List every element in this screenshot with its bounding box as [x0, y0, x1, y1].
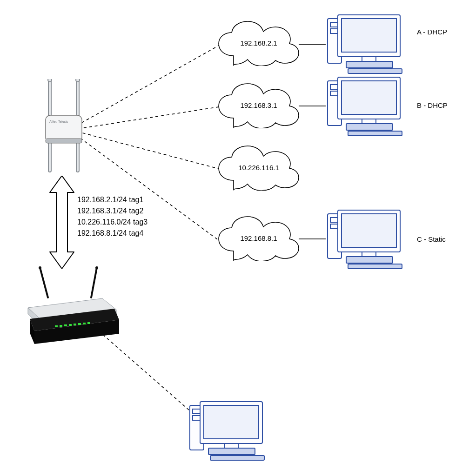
svg-line-0 [77, 46, 219, 126]
svg-line-16 [40, 268, 48, 298]
vlan-entry: 192.168.3.1/24 tag2 [77, 205, 147, 217]
host-label-a: A - DHCP [417, 28, 447, 36]
access-point-icon: Allied Telesis [40, 79, 96, 183]
host-label-b: B - DHCP [417, 101, 448, 109]
cloud-ip: 192.168.2.1 [217, 39, 301, 47]
svg-text:Allied Telesis: Allied Telesis [49, 120, 68, 123]
svg-rect-33 [87, 322, 90, 324]
computer-b-icon [324, 73, 408, 140]
svg-point-19 [95, 266, 98, 269]
svg-point-11 [76, 79, 80, 82]
trunk-arrow-icon [49, 176, 75, 269]
svg-rect-46 [342, 81, 396, 114]
svg-rect-49 [348, 131, 402, 136]
svg-rect-39 [362, 57, 376, 61]
svg-rect-62 [204, 405, 259, 439]
svg-rect-54 [342, 214, 396, 247]
svg-rect-63 [224, 443, 238, 448]
svg-rect-28 [64, 324, 67, 326]
svg-rect-27 [60, 325, 62, 327]
svg-rect-41 [348, 69, 402, 73]
host-label-c: C - Static [417, 235, 446, 243]
svg-rect-65 [210, 456, 264, 460]
cloud-net-1: 192.168.2.1 [217, 20, 301, 61]
vlan-entry: 192.168.8.1/24 tag4 [77, 228, 147, 239]
svg-rect-26 [55, 325, 58, 327]
svg-rect-48 [346, 124, 393, 130]
svg-rect-55 [362, 252, 376, 257]
svg-rect-13 [46, 139, 82, 143]
cloud-ip: 192.168.8.1 [217, 234, 301, 242]
svg-rect-12 [46, 115, 82, 142]
vlan-entry: 10.226.116.0/24 tag3 [77, 217, 147, 228]
svg-rect-56 [346, 257, 393, 263]
svg-line-17 [91, 268, 97, 298]
vlan-entry: 192.168.2.1/24 tag1 [77, 194, 147, 205]
svg-rect-40 [346, 61, 393, 68]
svg-rect-30 [74, 324, 76, 325]
svg-rect-47 [362, 119, 376, 124]
router-icon [22, 265, 120, 345]
svg-rect-31 [78, 323, 81, 325]
svg-marker-15 [50, 176, 74, 269]
cloud-ip: 192.168.3.1 [217, 101, 301, 109]
cloud-net-3: 10.226.116.1 [217, 144, 301, 186]
svg-point-18 [39, 266, 41, 269]
svg-rect-32 [83, 323, 86, 324]
cloud-net-4: 192.168.8.1 [217, 215, 301, 257]
svg-line-1 [78, 107, 219, 129]
computer-c-icon [324, 206, 408, 273]
cloud-ip: 10.226.116.1 [217, 164, 301, 172]
vlan-list: 192.168.2.1/24 tag1 192.168.3.1/24 tag2 … [77, 194, 147, 239]
svg-rect-64 [208, 448, 255, 455]
svg-rect-57 [348, 264, 402, 269]
svg-rect-38 [342, 19, 396, 52]
svg-line-2 [77, 132, 219, 169]
svg-point-10 [48, 79, 52, 82]
computer-lan-icon [186, 398, 270, 464]
cloud-net-2: 192.168.3.1 [217, 82, 301, 124]
computer-a-icon [324, 11, 408, 78]
diagram-canvas: Allied Telesis 192.168.2.1/24 tag1 192.1… [0, 0, 469, 476]
svg-rect-29 [69, 324, 72, 326]
